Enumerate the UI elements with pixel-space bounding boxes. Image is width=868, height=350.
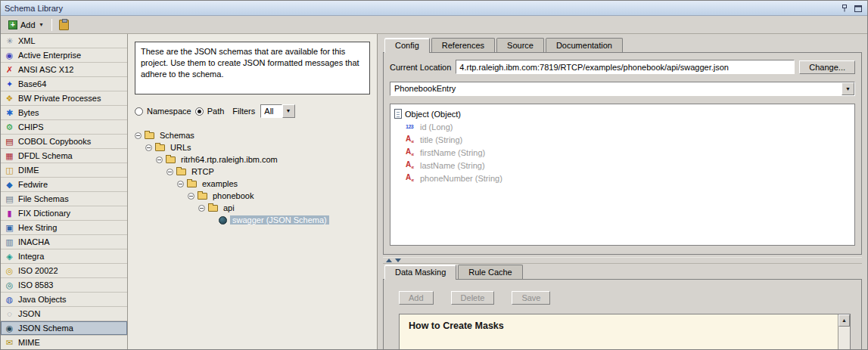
window-title: Schema Library xyxy=(5,4,836,13)
current-location-input[interactable] xyxy=(456,60,795,74)
mask-save-button[interactable]: Save xyxy=(512,291,550,305)
mask-add-button[interactable]: Add xyxy=(399,291,434,305)
tree-expand-handle-icon[interactable] xyxy=(188,193,194,200)
filters-combo-value[interactable]: All xyxy=(260,104,282,118)
sidebar-item-ansi-asc-x12[interactable]: ✗ANSI ASC X12 xyxy=(1,63,127,77)
change-button[interactable]: Change... xyxy=(799,60,855,74)
add-button-label: Add xyxy=(20,20,36,29)
tab-source[interactable]: Source xyxy=(496,38,544,52)
bytes-icon: ✱ xyxy=(5,109,14,117)
tree-node-phonenumber-string[interactable]: AphoneNumber (String) xyxy=(406,172,851,184)
sidebar-item-bw-private-processes[interactable]: ❖BW Private Processes xyxy=(1,91,127,106)
sidebar-item-java-objects[interactable]: ◍Java Objects xyxy=(1,293,127,307)
sidebar-item-json-schema[interactable]: ◉JSON Schema xyxy=(1,321,127,336)
sidebar-item-fedwire[interactable]: ◆Fedwire xyxy=(1,178,127,192)
tab-documentation[interactable]: Documentation xyxy=(546,38,623,52)
sidebar-item-dfdl-schema[interactable]: ▦DFDL Schema xyxy=(1,149,127,163)
tree-node-urls[interactable]: URLs xyxy=(145,141,370,153)
string-field-icon: A xyxy=(406,147,417,157)
tree-node-schemas[interactable]: Schemas xyxy=(135,129,370,141)
sidebar-item-label: ISO 8583 xyxy=(18,280,53,290)
sidebar-item-label: Hex String xyxy=(18,223,57,232)
tree-expand-handle-icon[interactable] xyxy=(156,156,163,163)
object-icon xyxy=(394,109,402,119)
scroll-up-arrow-icon[interactable]: ▲ xyxy=(838,314,850,327)
cobol-copybooks-icon: ▤ xyxy=(5,138,14,146)
hex-string-icon: ▣ xyxy=(5,224,14,232)
namespace-radio-label[interactable]: Namespace xyxy=(147,107,191,116)
splitter-collapse-up-icon[interactable] xyxy=(386,259,392,262)
tree-node-ritrh64-rtp-raleigh-ibm-com[interactable]: ritrh64.rtp.raleigh.ibm.com xyxy=(156,153,370,166)
sidebar-item-dime[interactable]: ◫DIME xyxy=(1,163,127,178)
entry-selector-combo[interactable]: PhonebookEntry ▼ xyxy=(390,82,855,96)
sidebar-item-fix-dictionary[interactable]: ▮FIX Dictionary xyxy=(1,206,127,221)
chips-icon: ⚙ xyxy=(5,123,14,132)
path-radio-label[interactable]: Path xyxy=(207,107,225,116)
sidebar-item-base64[interactable]: ✦Base64 xyxy=(1,77,127,91)
tree-node-label: phonebook xyxy=(210,191,256,200)
sidebar-item-bytes[interactable]: ✱Bytes xyxy=(1,106,127,120)
sidebar-item-cobol-copybooks[interactable]: ▤COBOL Copybooks xyxy=(1,135,127,149)
sidebar-item-mime[interactable]: ✉MIME xyxy=(1,336,127,350)
sidebar-item-chips[interactable]: ⚙CHIPS xyxy=(1,120,127,135)
sidebar-item-integra[interactable]: ◈Integra xyxy=(1,249,127,264)
help-scrollbar[interactable]: ▲ xyxy=(838,314,850,350)
xml-icon: ✳ xyxy=(5,37,14,45)
tree-node-title-string[interactable]: Atitle (String) xyxy=(406,133,851,146)
horizontal-splitter[interactable] xyxy=(383,257,862,264)
sidebar-item-iso-20022[interactable]: ◎ISO 20022 xyxy=(1,264,127,278)
toolbar: + Add ▾ xyxy=(1,16,867,34)
sidebar-item-label: MIME xyxy=(18,338,40,347)
maximize-icon[interactable] xyxy=(852,3,863,14)
mask-delete-button[interactable]: Delete xyxy=(451,291,495,305)
sidebar-item-label: INACHA xyxy=(18,237,50,246)
sidebar-item-iso-8583[interactable]: ◎ISO 8583 xyxy=(1,278,127,293)
tree-expand-handle-icon[interactable] xyxy=(166,169,173,175)
tab-references[interactable]: References xyxy=(431,38,495,52)
tree-node-api[interactable]: api xyxy=(198,202,370,214)
sidebar-item-label: Integra xyxy=(18,252,44,261)
sidebar-item-inacha[interactable]: ▥INACHA xyxy=(1,235,127,249)
file-schemas-icon: ▤ xyxy=(5,195,14,203)
tree-node-swagger-json-schema[interactable]: swagger (JSON Schema) xyxy=(209,214,370,226)
toolbar-separator xyxy=(51,19,52,31)
tree-node-phonebook[interactable]: phonebook xyxy=(188,190,370,202)
tree-node-lastname-string[interactable]: AlastName (String) xyxy=(406,159,851,172)
splitter-collapse-down-icon[interactable] xyxy=(395,259,401,262)
sidebar-item-file-schemas[interactable]: ▤File Schemas xyxy=(1,192,127,206)
tab-data-masking[interactable]: Data Masking xyxy=(384,265,456,280)
tree-expand-handle-icon[interactable] xyxy=(135,132,142,139)
tab-rule-cache[interactable]: Rule Cache xyxy=(458,265,522,279)
filters-combo[interactable]: All ▼ xyxy=(260,104,294,118)
tree-node-firstname-string[interactable]: AfirstName (String) xyxy=(406,146,851,159)
tree-node-object[interactable]: Object (Object) xyxy=(394,107,851,120)
sidebar-item-hex-string[interactable]: ▣Hex String xyxy=(1,221,127,235)
tree-node-id-long[interactable]: 123id (Long) xyxy=(406,120,851,133)
tree-expand-handle-icon[interactable] xyxy=(145,144,152,151)
tree-expand-handle-icon[interactable] xyxy=(177,181,184,187)
clipboard-button[interactable] xyxy=(55,17,73,33)
entry-selector-arrow-icon[interactable]: ▼ xyxy=(842,82,854,95)
sidebar-item-json[interactable]: ◌JSON xyxy=(1,307,127,321)
entry-selector-value[interactable]: PhonebookEntry xyxy=(390,82,842,95)
tab-config[interactable]: Config xyxy=(384,38,430,53)
tree-expand-handle-icon[interactable] xyxy=(198,205,205,212)
tree-node-examples[interactable]: examples xyxy=(177,178,370,190)
namespace-radio[interactable] xyxy=(135,107,143,116)
schema-type-list: ✳XML◉Active Enterprise✗ANSI ASC X12✦Base… xyxy=(1,34,128,350)
sidebar-item-xml[interactable]: ✳XML xyxy=(1,34,127,48)
add-button[interactable]: + Add ▾ xyxy=(5,18,48,32)
sidebar-item-active-enterprise[interactable]: ◉Active Enterprise xyxy=(1,48,127,63)
path-radio[interactable] xyxy=(195,107,204,116)
add-dropdown-arrow-icon[interactable]: ▾ xyxy=(39,21,45,28)
tree-node-rtcp[interactable]: RTCP xyxy=(166,166,370,178)
folder-icon xyxy=(187,181,197,187)
filters-combo-arrow-icon[interactable]: ▼ xyxy=(282,104,295,118)
fix-dictionary-icon: ▮ xyxy=(5,209,14,218)
pin-icon[interactable] xyxy=(838,3,850,14)
config-pane: Current Location Change... PhonebookEntr… xyxy=(383,52,862,255)
current-location-label: Current Location xyxy=(390,63,451,72)
clipboard-icon xyxy=(59,20,69,30)
tree-node-label: api xyxy=(221,203,237,212)
iso-8583-icon: ◎ xyxy=(5,281,14,290)
